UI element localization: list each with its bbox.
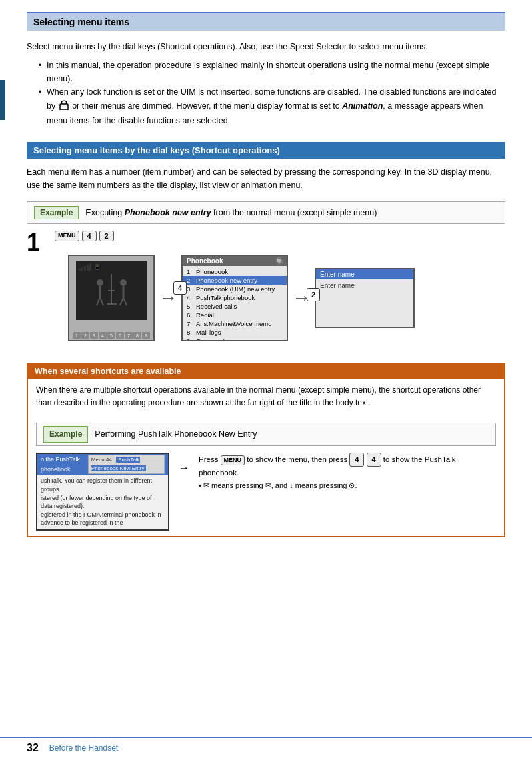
menu-title-bar: Phonebook 🔘 [183, 256, 287, 266]
pushtalk-body: ushTalk. You can register them in differ… [37, 475, 168, 529]
pushtalk-title-bar: o the PushTalk phonebook Menu 44 PushTal… [37, 454, 168, 475]
signal-bars [79, 263, 91, 271]
performing-example-text: Performing PushTalk Phonebook New Entry [95, 427, 257, 441]
bullet-list: In this manual, the operation procedure … [39, 59, 505, 127]
person-silhouette [91, 271, 131, 311]
phone-keypad: 1 2 3 4 5 6 7 8 9 [71, 332, 152, 339]
footer-page-number: 32 [27, 742, 39, 754]
signal-bar-3 [84, 266, 86, 271]
shortcuts-body-text: When there are multiple shortcut operati… [36, 384, 496, 409]
phone-key-6: 6 [116, 332, 124, 339]
phone-key-5: 5 [107, 332, 115, 339]
menu-item-3: 3Phonebook (UIM) new entry [183, 285, 287, 293]
phonebook-menu-wrapper: Phonebook 🔘 1Phonebook 2Phonebook new en… [181, 255, 288, 341]
phone-key-1: 1 [73, 332, 81, 339]
enter-name-screen: Enter name Enter name [315, 268, 415, 328]
subtitle: Selecting menu items by the dial keys (S… [33, 145, 280, 155]
page: Selecting menu items Select menu items b… [0, 0, 532, 766]
lock-icon [59, 99, 69, 114]
footer-section: Before the Handset [49, 743, 118, 753]
menu-item-4: 4PushTalk phonebook [183, 293, 287, 302]
screenshots-row: 📱 [68, 255, 415, 341]
svg-line-11 [123, 297, 127, 305]
menu-item-9: 9Own number [183, 337, 287, 341]
phone-key-8: 8 [133, 332, 141, 339]
pushtalk-line-3: egistered in the FOMA terminal phonebook… [41, 511, 165, 527]
shortcuts-box-body: When there are multiple shortcut operati… [28, 379, 504, 536]
enter-name-bar: Enter name [316, 269, 413, 279]
key-overlay-4: 4 [173, 281, 187, 295]
key-overlay-2: 2 [307, 288, 320, 301]
menu-title: Phonebook [187, 257, 223, 265]
footer: 32 Before the Handset [0, 737, 532, 754]
svg-line-7 [100, 297, 103, 305]
key-4b-desc: 4 [367, 453, 381, 467]
blue-accent-bar [0, 80, 5, 120]
menu-item-5: 5Received calls [183, 302, 287, 311]
svg-point-4 [97, 279, 103, 286]
key-2: 2 [99, 231, 114, 241]
bullet-mail-desc: • ✉ means pressing ✉, and ↓ means pressi… [199, 481, 357, 489]
pushtalk-menu-label: Menu 44 PushTalk Phonebook New Entry [88, 455, 165, 475]
menu-item-8: 8Mail logs [183, 328, 287, 337]
svg-point-8 [120, 279, 127, 286]
menu-icon: 🔘 [275, 257, 283, 265]
phone-screen-mock: 📱 [68, 255, 155, 341]
signal-bar-1 [79, 269, 81, 271]
pushtalk-arrow: → [179, 459, 189, 477]
key-icons-row: MENU 4 2 [55, 231, 415, 241]
signal-bar-4 [87, 265, 89, 271]
example-label: Example [34, 206, 79, 219]
key-4: 4 [82, 231, 97, 241]
menu-item-6: 6Redial [183, 311, 287, 319]
section-title: Selecting menu items [33, 17, 129, 27]
svg-line-10 [120, 297, 123, 305]
bullet-item-1: In this manual, the operation procedure … [39, 59, 505, 85]
phone-key-7: 7 [125, 332, 133, 339]
key-4-desc: 4 [349, 453, 364, 467]
pushtalk-screenshot: o the PushTalk phonebook Menu 44 PushTal… [36, 453, 169, 531]
section-header-shortcut: Selecting menu items by the dial keys (S… [27, 142, 505, 159]
phone-key-2: 2 [81, 332, 89, 339]
pushtalk-line-1: ushTalk. You can register them in differ… [41, 477, 165, 493]
shortcuts-box: When several shortcuts are available Whe… [27, 363, 505, 537]
enter-name-wrapper: Enter name Enter name 2 [315, 268, 415, 328]
pushtalk-desc: Press MENU to show the menu, then press … [199, 453, 496, 492]
bullet-item-2: When any lock function is set or the UIM… [39, 85, 505, 127]
shortcuts-box-header: When several shortcuts are available [28, 364, 504, 379]
step-1: 1 MENU 4 2 [27, 231, 505, 352]
step-number: 1 [27, 231, 47, 255]
performing-example-label: Example [43, 426, 88, 443]
signal-bar-5 [89, 263, 91, 271]
phone-key-9: 9 [142, 332, 150, 339]
menu-key: MENU [55, 231, 79, 241]
phone-icon: 📱 [94, 264, 101, 270]
performing-example-box: Example Performing PushTalk Phonebook Ne… [36, 423, 496, 446]
shortcut-desc: Each menu item has a number (item number… [27, 165, 505, 192]
phone-key-4: 4 [99, 332, 107, 339]
menu-item-7: 7Ans.Machine&Voice memo [183, 319, 287, 328]
svg-line-6 [97, 297, 100, 305]
svg-rect-0 [60, 104, 68, 110]
phonebook-menu-screen: Phonebook 🔘 1Phonebook 2Phonebook new en… [181, 255, 288, 341]
signal-bar-2 [81, 267, 83, 271]
pushtalk-title: o the PushTalk phonebook [41, 455, 88, 474]
menu-items: 1Phonebook 2Phonebook new entry 3Phonebo… [183, 266, 287, 341]
menu-key-desc: MENU [221, 455, 245, 466]
menu-item-1: 1Phonebook [183, 267, 287, 276]
pushtalk-line-2: istered (or fewer depending on the type … [41, 494, 165, 511]
enter-name-field: Enter name [316, 279, 413, 292]
menu-item-2: 2Phonebook new entry [183, 276, 287, 285]
intro-text: Select menu items by the dial keys (Shor… [27, 40, 505, 53]
phone-screen: 📱 [76, 261, 147, 320]
example-box: Example Executing Phonebook new entry fr… [27, 201, 505, 224]
phone-key-3: 3 [90, 332, 98, 339]
example-text: Executing Phonebook new entry from the n… [85, 208, 377, 217]
section-header-selecting-menu: Selecting menu items [27, 12, 505, 31]
pushtalk-content-row: o the PushTalk phonebook Menu 44 PushTal… [36, 453, 496, 531]
